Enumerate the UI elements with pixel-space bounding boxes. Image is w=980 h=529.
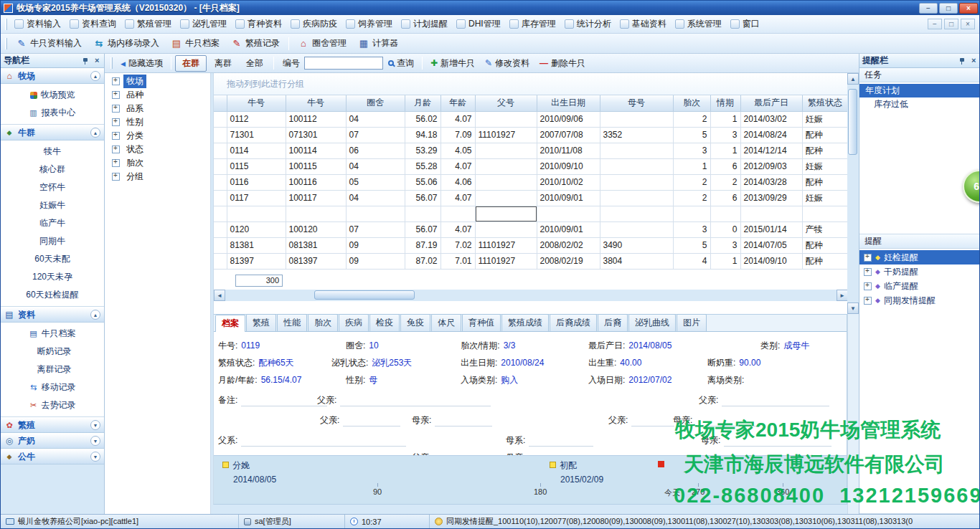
detail-tab[interactable]: 性能 xyxy=(277,314,307,331)
detail-tab[interactable]: 后裔成绩 xyxy=(550,314,597,331)
pedigree-field[interactable] xyxy=(529,437,593,447)
menu-item[interactable]: 统计分析 xyxy=(560,16,616,32)
detail-tab[interactable]: 泌乳曲线 xyxy=(628,314,676,331)
tree-expand-icon[interactable] xyxy=(112,77,120,85)
table-row[interactable]: 0116 100116 05 55.06 4.06 2010/10/02 2 2… xyxy=(214,174,848,190)
scrollbar-track[interactable] xyxy=(225,290,837,301)
pedigree-field[interactable] xyxy=(435,417,492,426)
pin-icon[interactable] xyxy=(957,56,966,65)
table-row[interactable]: 71301 071301 07 94.18 7.09 11101927 2007… xyxy=(214,127,848,143)
chevron-up-icon[interactable] xyxy=(90,128,100,138)
pedigree-field[interactable] xyxy=(340,397,491,406)
column-header[interactable]: 圈舍 xyxy=(346,95,405,111)
tree-item[interactable]: 性别 xyxy=(105,115,210,129)
nav-section-farm[interactable]: 牧场 xyxy=(1,68,104,84)
nav-item[interactable]: 断奶记录 xyxy=(1,343,104,361)
nav-item[interactable]: 同期牛 xyxy=(1,232,104,250)
scroll-down-button[interactable] xyxy=(847,302,859,314)
tree-expand-icon[interactable] xyxy=(112,118,120,126)
tree-expand-icon[interactable] xyxy=(864,254,872,262)
nav-section-breeding[interactable]: 繁殖 xyxy=(1,417,104,433)
scroll-up-button[interactable] xyxy=(847,73,859,85)
detail-tab[interactable]: 后裔 xyxy=(598,314,628,331)
detail-tab[interactable]: 疾病 xyxy=(339,314,369,331)
toolbar-button[interactable]: 圈舍管理 xyxy=(292,35,352,52)
nav-item[interactable]: 临产牛 xyxy=(1,214,104,232)
nav-item[interactable]: 60天妊检提醒 xyxy=(1,286,104,304)
close-icon[interactable] xyxy=(969,56,978,65)
detail-tab[interactable]: 胎次 xyxy=(308,314,338,331)
reminder-item[interactable]: ◆ 临产提醒 xyxy=(859,279,980,293)
nav-item[interactable]: 报表中心 xyxy=(1,104,104,122)
menu-item[interactable]: 泌乳管理 xyxy=(176,16,231,32)
menu-item[interactable]: 育种资料 xyxy=(231,16,286,32)
tree-expand-icon[interactable] xyxy=(864,268,872,276)
tree-expand-icon[interactable] xyxy=(112,91,120,99)
scrollbar-thumb[interactable] xyxy=(314,290,415,300)
column-header[interactable]: 出生日期 xyxy=(537,95,600,111)
tree-expand-icon[interactable] xyxy=(112,146,120,153)
scope-tab[interactable]: 在群 xyxy=(175,55,207,72)
tree-item[interactable]: 牧场 xyxy=(105,75,210,88)
detail-tab[interactable]: 档案 xyxy=(215,315,245,332)
mdi-restore-button[interactable] xyxy=(944,19,958,29)
scroll-left-button[interactable] xyxy=(214,290,225,301)
pedigree-field[interactable] xyxy=(631,417,674,426)
pedigree-field[interactable] xyxy=(722,397,829,406)
table-row[interactable]: 0120 100120 07 56.07 4.07 2010/09/01 3 0… xyxy=(214,221,848,237)
tree-expand-icon[interactable] xyxy=(112,105,120,113)
mdi-minimize-button[interactable] xyxy=(928,19,942,29)
detail-tab[interactable]: 繁殖 xyxy=(246,314,276,331)
pin-icon[interactable] xyxy=(80,56,90,65)
status-reminder[interactable]: 同期发情提醒_100110(10),120077(08),120080(09),… xyxy=(430,515,980,528)
column-header[interactable]: 父号 xyxy=(475,95,537,111)
menu-item[interactable]: 疾病防疫 xyxy=(286,16,341,32)
table-row[interactable]: 0114 100114 06 53.29 4.05 2010/11/08 3 1… xyxy=(214,143,848,158)
scrollbar-track[interactable] xyxy=(847,85,859,302)
column-header[interactable]: 牛号 xyxy=(286,95,346,111)
pedigree-field[interactable] xyxy=(724,437,831,447)
chevron-down-icon[interactable] xyxy=(90,436,100,446)
menu-item[interactable]: 库存管理 xyxy=(505,16,560,32)
scope-tab[interactable]: 全部 xyxy=(240,56,270,71)
task-item[interactable]: 年度计划 xyxy=(859,84,980,97)
reminder-item[interactable]: ◆ 妊检提醒 xyxy=(859,250,980,264)
nav-item[interactable]: 牧场预览 xyxy=(1,86,104,104)
column-header[interactable]: 情期 xyxy=(710,95,740,111)
column-header[interactable]: 月龄 xyxy=(405,95,440,111)
tree-expand-icon[interactable] xyxy=(864,282,872,290)
chevron-up-icon[interactable] xyxy=(90,71,100,81)
horizontal-scrollbar[interactable] xyxy=(214,290,848,301)
detail-tab[interactable]: 繁殖成绩 xyxy=(501,314,549,331)
toolbar-button[interactable]: 计算器 xyxy=(352,35,404,52)
chevron-up-icon[interactable] xyxy=(90,310,100,320)
detail-tab[interactable]: 图片 xyxy=(677,314,707,331)
menu-item[interactable]: 系统管理 xyxy=(671,16,726,32)
hide-options-button[interactable]: 隐藏选项 xyxy=(116,56,168,71)
scope-tab[interactable]: 离群 xyxy=(208,56,238,71)
table-row[interactable]: 81381 081381 09 87.19 7.02 11101927 2008… xyxy=(214,237,848,253)
column-header[interactable]: 母号 xyxy=(600,95,673,111)
tree-item[interactable]: 分组 xyxy=(105,170,210,184)
detail-tab[interactable]: 育种值 xyxy=(462,314,501,331)
menu-item[interactable]: 饲养管理 xyxy=(341,16,397,32)
close-button[interactable] xyxy=(959,3,978,14)
column-header[interactable]: 最后产日 xyxy=(740,95,802,111)
nav-section-data[interactable]: 资料 xyxy=(1,307,104,323)
toolbar-button[interactable]: 牛只档案 xyxy=(165,35,225,52)
menu-item[interactable]: 窗口 xyxy=(726,16,764,32)
nav-item[interactable]: 去势记录 xyxy=(1,396,104,414)
table-row[interactable]: 0115 100115 04 55.28 4.07 2010/09/10 1 6… xyxy=(214,158,848,174)
add-cattle-button[interactable]: 新增牛只 xyxy=(425,56,480,71)
nav-section-herd[interactable]: 牛群 xyxy=(1,125,104,140)
table-row[interactable]: 81397 081397 09 87.02 7.01 11101927 2008… xyxy=(214,253,848,269)
column-header[interactable]: 繁殖状态 xyxy=(802,95,848,111)
menu-item[interactable]: 繁殖管理 xyxy=(121,16,176,32)
tree-item[interactable]: 分类 xyxy=(105,129,210,143)
toolbar-button[interactable]: 繁殖记录 xyxy=(225,35,286,52)
scrollbar-thumb[interactable] xyxy=(848,89,857,155)
mdi-close-button[interactable] xyxy=(961,19,975,29)
menu-item[interactable]: 资料输入 xyxy=(10,16,65,32)
column-header[interactable]: 年龄 xyxy=(440,95,475,111)
table-row[interactable]: 0117 100117 04 56.07 4.07 2010/09/01 2 6… xyxy=(214,190,848,206)
